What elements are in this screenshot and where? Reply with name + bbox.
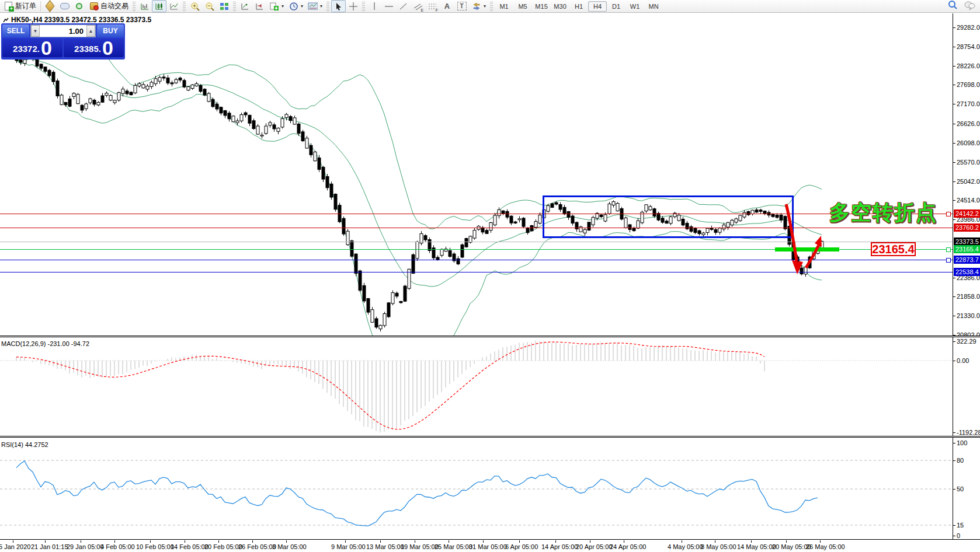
auto-scroll-button[interactable]	[238, 0, 252, 12]
timeframe-button-m5[interactable]: M5	[513, 1, 532, 12]
candle-body	[64, 103, 67, 105]
timeframe-button-h4[interactable]: H4	[588, 1, 607, 12]
timeframe-button-mn[interactable]: MN	[644, 1, 663, 12]
timeframe-button-m15[interactable]: M15	[532, 1, 551, 12]
candle-body	[346, 231, 349, 244]
main-price-chart[interactable]	[0, 14, 953, 337]
candle-body	[330, 184, 333, 197]
terminal-button[interactable]	[57, 0, 72, 12]
candle-body	[485, 230, 488, 234]
candle-body	[113, 100, 116, 103]
chat-button[interactable]	[964, 1, 975, 12]
line-chart-icon	[169, 2, 179, 11]
time-axis-label: 21 Jan 01:15	[31, 543, 68, 550]
quotes-button[interactable]	[43, 0, 57, 12]
volume-decrease-button[interactable]: ▼	[31, 25, 40, 37]
new-order-label: 新订单	[15, 1, 36, 11]
pane-separator[interactable]	[0, 336, 980, 337]
rsi-label: RSI(14) 44.2752	[1, 441, 48, 448]
timeframe-button-m30[interactable]: M30	[551, 1, 569, 12]
line-chart-button[interactable]	[166, 0, 181, 12]
horizontal-level-line-22873.7[interactable]	[0, 260, 953, 260]
candlestick-chart-button[interactable]	[152, 0, 166, 12]
dropdown-caret-icon[interactable]: ▾	[320, 4, 322, 9]
bar-chart-button[interactable]	[137, 0, 152, 12]
buy-button[interactable]: BUY	[97, 25, 124, 37]
time-axis-label: 20 Apr 05:00	[576, 543, 612, 550]
vertical-line-button[interactable]	[367, 0, 381, 12]
text-label-icon: T	[457, 2, 467, 11]
buy-price[interactable]: 23385. 0	[64, 39, 124, 57]
text-label-button[interactable]: T	[454, 0, 469, 12]
volume-increase-button[interactable]: ▲	[86, 25, 95, 37]
horizontal-line-button[interactable]	[381, 0, 396, 12]
toolbar-grip	[183, 2, 186, 11]
volume-field[interactable]: ▼ 1.00 ▲	[30, 25, 96, 37]
indicators-button[interactable]: ▾	[267, 0, 286, 12]
dropdown-caret-icon[interactable]: ▾	[484, 4, 486, 9]
candle-body	[379, 326, 382, 329]
support-highlight-bar[interactable]	[775, 247, 839, 251]
chart-shift-icon	[255, 2, 265, 11]
pane-separator[interactable]	[0, 436, 980, 438]
chart-title-text: HK50-,H4 23393.5 23472.5 23336.5 23373.5	[11, 16, 151, 24]
candle-body	[220, 107, 223, 113]
time-axis-label: 14 Apr 05:00	[541, 543, 578, 550]
time-axis-tick	[715, 540, 715, 543]
chart-shift-button[interactable]	[252, 0, 267, 12]
time-axis-label: 29 Jan 05:00	[67, 543, 104, 550]
fibonacci-button[interactable]: F	[425, 0, 440, 12]
turning-point-annotation[interactable]: 多空转折点	[829, 199, 937, 226]
zoom-out-button[interactable]	[202, 0, 217, 12]
trendline-button[interactable]	[396, 0, 411, 12]
candle-body	[367, 299, 370, 312]
price-tick-label: 29282.0	[957, 24, 980, 31]
price-tick-label: 27170.0	[957, 100, 980, 107]
rsi-indicator-pane[interactable]	[0, 438, 953, 540]
timeframe-button-d1[interactable]: D1	[607, 1, 625, 12]
sell-button[interactable]: SELL	[2, 25, 29, 37]
level-anchor-marker[interactable]	[946, 258, 951, 263]
candle-body	[404, 286, 406, 301]
equidistant-channel-button[interactable]: E	[411, 0, 425, 12]
horizontal-level-line-24142.2[interactable]	[0, 214, 953, 214]
auto-trading-icon	[89, 2, 99, 11]
signal-button[interactable]	[72, 0, 86, 12]
channel-sub-label: E	[421, 8, 423, 12]
candle-body	[162, 77, 165, 78]
time-axis-label: 4 Feb 05:00	[100, 543, 135, 550]
time-axis[interactable]: 5 Jan 202021 Jan 01:1529 Jan 05:004 Feb …	[0, 540, 980, 552]
horizontal-level-line-22538.4[interactable]	[0, 272, 953, 272]
periods-button[interactable]: ▾	[286, 0, 305, 12]
level-anchor-marker[interactable]	[946, 212, 951, 216]
auto-trading-button[interactable]: 自动交易	[86, 0, 131, 12]
crosshair-button[interactable]	[346, 0, 360, 12]
timeframe-button-m1[interactable]: M1	[495, 1, 513, 12]
sell-price[interactable]: 23372. 0	[2, 39, 62, 57]
volume-value[interactable]: 1.00	[40, 27, 86, 36]
candle-body	[175, 79, 178, 83]
arrows-button[interactable]: ▾	[469, 0, 488, 12]
new-order-button[interactable]: + 新订单	[1, 0, 39, 12]
horizontal-level-line-23760.2[interactable]	[0, 228, 953, 228]
candle-body	[534, 222, 537, 228]
price-axis[interactable]: 29282.028754.028226.027698.027170.026626…	[953, 13, 980, 540]
tile-windows-button[interactable]	[217, 0, 231, 12]
dropdown-caret-icon[interactable]: ▾	[282, 4, 284, 9]
level-anchor-marker[interactable]	[946, 247, 951, 252]
time-axis-tick	[45, 540, 46, 543]
timeframe-button-w1[interactable]: W1	[625, 1, 644, 12]
candle-body	[248, 115, 251, 123]
dropdown-caret-icon[interactable]: ▾	[301, 4, 303, 9]
cursor-button[interactable]	[331, 0, 346, 12]
horizontal-level-line-23373.5[interactable]	[0, 242, 953, 242]
zoom-in-button[interactable]	[187, 0, 202, 12]
candle-body	[510, 216, 513, 223]
support-price-label[interactable]: 23165.4	[871, 242, 916, 256]
text-button[interactable]: A	[440, 0, 454, 12]
search-button[interactable]	[948, 0, 958, 12]
templates-button[interactable]: ▾	[305, 0, 325, 12]
consolidation-rectangle[interactable]	[543, 195, 794, 238]
timeframe-button-h1[interactable]: H1	[569, 1, 588, 12]
macd-indicator-pane[interactable]	[0, 337, 953, 437]
